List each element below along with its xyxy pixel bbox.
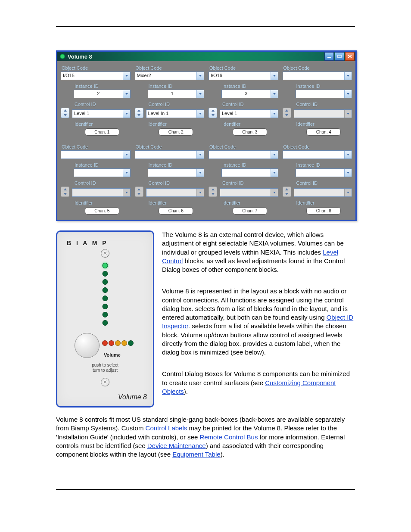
object-code-value [209,151,271,159]
instance-id-dropdown[interactable] [74,168,131,177]
instance-id-dropdown[interactable] [221,168,278,177]
step-up-icon [209,187,217,192]
step-down-icon[interactable] [135,113,143,118]
object-code-label: Object Code [209,65,278,71]
remote-control-bus-link[interactable]: Remote Control Bus [199,433,258,441]
control-id-dropdown [294,109,352,118]
control-id-value: Level 1 [220,110,271,118]
instance-id-dropdown[interactable] [296,90,352,98]
control-id-dropdown[interactable]: Level 1 [72,109,131,118]
object-code-dropdown[interactable] [283,72,352,80]
identifier-value: Chan. 8 [306,207,341,215]
chevron-down-icon[interactable] [271,90,278,98]
step-up-icon[interactable] [209,108,217,113]
object-code-dropdown[interactable]: I/O15 [61,72,131,80]
chevron-down-icon[interactable] [123,151,130,159]
paragraph-2: Volume 8 is represented in the layout as… [162,287,355,357]
instance-id-dropdown[interactable] [148,168,205,177]
chevron-down-icon[interactable] [344,169,352,177]
object-code-label: Object Code [283,144,352,149]
chevron-down-icon[interactable] [271,169,278,177]
chevron-down-icon[interactable] [196,151,204,159]
identifier-value: Chan. 5 [85,207,119,215]
instance-id-value: 1 [148,90,197,98]
titlebar[interactable]: Volume 8 [57,52,355,61]
chevron-down-icon[interactable] [123,90,130,98]
control-id-label: Control ID [222,102,278,107]
control-id-value: Level 1 [72,110,123,118]
object-code-value [135,151,197,159]
control-id-label: Control ID [296,102,352,107]
instance-id-dropdown[interactable]: 1 [148,90,205,98]
chevron-down-icon[interactable] [123,169,130,177]
device-maintenance-link[interactable]: Device Maintenance [147,442,206,449]
instance-id-dropdown[interactable]: 3 [221,90,278,98]
object-code-dropdown[interactable] [209,150,278,159]
object-code-value [283,72,345,80]
chevron-down-icon[interactable] [344,72,352,80]
chevron-down-icon[interactable] [271,110,278,118]
chevron-down-icon[interactable] [344,90,352,98]
chevron-down-icon[interactable] [123,72,130,80]
chevron-down-icon[interactable] [271,151,278,159]
instance-id-value [222,169,271,177]
chevron-down-icon[interactable] [123,110,130,118]
instance-id-label: Instance ID [222,162,278,168]
identifier-label: Identifier [75,200,131,205]
control-id-dropdown[interactable]: Level In 1 [146,109,205,118]
close-button[interactable] [345,52,355,61]
object-code-dropdown[interactable] [135,150,205,159]
vertical-leds [103,263,108,326]
chevron-down-icon[interactable] [196,90,204,98]
object-code-value: Mixer2 [135,72,197,80]
instance-id-value [74,169,123,177]
object-code-dropdown[interactable] [61,150,131,159]
control-labels-link[interactable]: Control Labels [146,424,187,432]
step-up-icon [135,187,143,192]
instance-id-value: 3 [222,90,271,98]
volume-stepper[interactable] [135,108,143,118]
maximize-button[interactable] [335,52,344,61]
identifier-value: Chan. 6 [159,207,193,215]
instance-id-label: Instance ID [75,162,131,168]
chevron-down-icon [196,189,204,196]
step-down-icon[interactable] [209,113,217,118]
chevron-down-icon[interactable] [196,72,204,80]
step-up-icon[interactable] [61,108,69,113]
instance-id-dropdown[interactable]: 2 [74,90,131,98]
instance-id-dropdown[interactable] [296,168,352,177]
object-code-dropdown[interactable]: I/O16 [209,72,278,80]
chevron-down-icon[interactable] [196,169,204,177]
volume-stepper[interactable] [61,108,69,118]
volume-stepper [283,108,291,118]
control-id-value [72,189,123,196]
control-id-dropdown[interactable]: Level 1 [220,109,278,118]
equipment-table-link[interactable]: Equipment Table [172,451,220,458]
minimize-button[interactable] [324,52,334,61]
paragraph-1: The Volume 8 is an external control devi… [162,230,355,274]
volume-stepper [283,187,291,197]
object-code-dropdown[interactable]: Mixer2 [135,72,205,80]
instance-id-label: Instance ID [149,162,205,168]
svg-rect-1 [327,57,331,58]
volume-knob [75,333,100,358]
chevron-down-icon[interactable] [271,72,278,80]
volume-stepper[interactable] [209,108,217,118]
step-down-icon [209,192,217,197]
identifier-label: Identifier [222,200,278,205]
identifier-label: Identifier [296,121,352,127]
identifier-label: Identifier [149,121,205,127]
object-code-value: I/O15 [61,72,123,80]
step-up-icon[interactable] [135,108,143,113]
svg-rect-2 [338,55,341,58]
paragraph-3: Control Dialog Boxes for Volume 8 compon… [162,370,355,396]
control-id-dropdown [220,188,278,197]
step-up-icon [283,187,291,192]
chevron-down-icon[interactable] [196,110,204,118]
step-down-icon[interactable] [61,113,69,118]
chevron-down-icon[interactable] [344,151,352,159]
step-down-icon [135,192,143,197]
object-code-dropdown[interactable] [283,150,352,159]
instance-id-label: Instance ID [296,84,352,89]
screw-icon: ✕ [101,249,109,258]
